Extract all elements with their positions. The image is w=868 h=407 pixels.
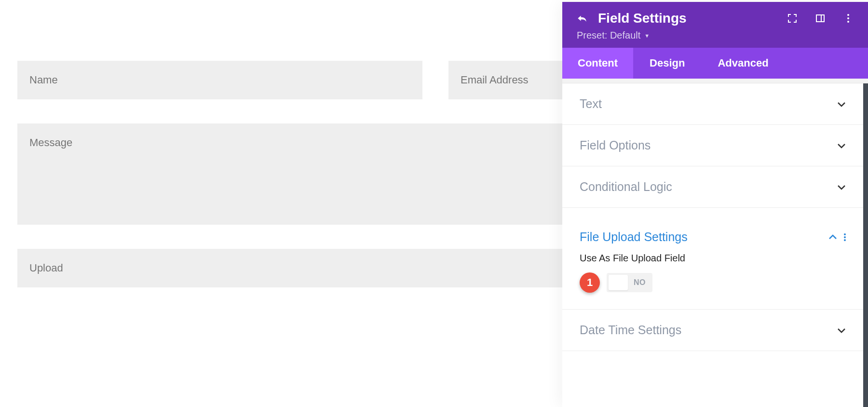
section-text-title: Text [580,97,602,111]
chevron-down-icon [837,184,846,190]
dock-icon[interactable] [815,13,826,24]
section-file-upload[interactable]: File Upload Settings [562,217,863,253]
chevron-down-icon [837,101,846,107]
section-conditional-logic[interactable]: Conditional Logic [562,166,863,208]
section-field-options-title: Field Options [580,138,651,152]
panel-header-top: Field Settings [577,11,854,26]
section-conditional-logic-title: Conditional Logic [580,180,672,194]
panel-header: Field Settings [562,2,868,48]
name-input[interactable] [17,61,422,99]
caret-down-icon: ▼ [644,33,650,39]
tab-design[interactable]: Design [633,48,701,79]
back-icon[interactable] [577,13,587,24]
preset-selector[interactable]: Preset: Default ▼ [577,30,650,41]
chevron-down-icon [837,327,846,333]
svg-point-4 [847,21,849,23]
chevron-down-icon [837,143,846,149]
section-file-upload-title: File Upload Settings [580,230,688,244]
section-gap [562,208,863,217]
toggle-state-text: NO [634,278,646,287]
section-date-time[interactable]: Date Time Settings [562,309,863,351]
kebab-icon[interactable] [843,13,854,24]
section-field-options[interactable]: Field Options [562,125,863,166]
fullscreen-icon[interactable] [787,13,798,24]
panel-body[interactable]: Text Field Options Conditional Logic Fil… [562,83,868,407]
callout-badge: 1 [580,272,600,293]
file-upload-content: Use As File Upload Field 1 NO [562,253,863,309]
panel-title: Field Settings [598,11,776,26]
panel-header-icons [787,13,854,24]
panel-filterbar [562,79,868,83]
toggle-row: 1 NO [580,272,846,293]
section-date-time-title: Date Time Settings [580,323,681,337]
toggle-knob [609,275,628,290]
file-upload-toggle[interactable]: NO [607,273,652,292]
settings-panel: Field Settings [562,2,868,407]
chevron-up-icon [828,234,837,240]
tab-advanced[interactable]: Advanced [701,48,785,79]
panel-tabs: Content Design Advanced [562,48,868,79]
section-file-upload-controls [828,233,846,241]
tab-content[interactable]: Content [562,48,633,79]
svg-point-2 [847,14,849,16]
use-as-file-upload-label: Use As File Upload Field [580,253,846,264]
section-options-icon[interactable] [844,233,846,241]
svg-point-3 [847,17,849,19]
section-text[interactable]: Text [562,83,863,125]
preset-label: Preset: Default [577,30,640,41]
svg-rect-0 [816,15,824,22]
